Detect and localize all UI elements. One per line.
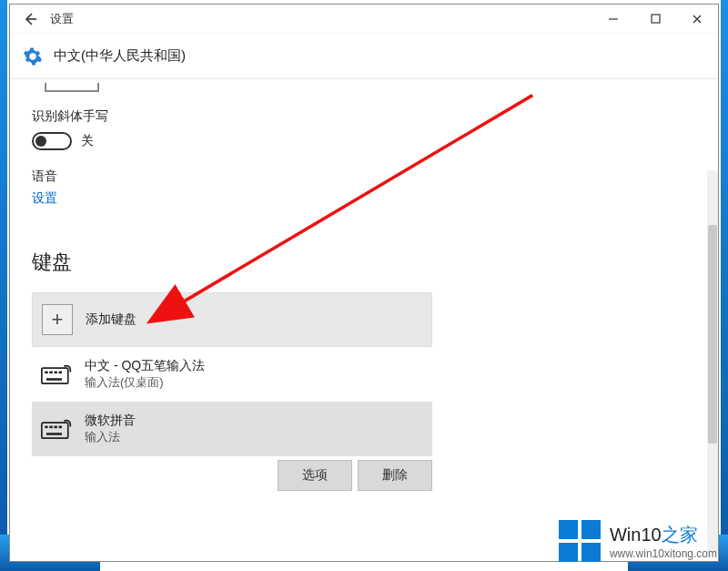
handwriting-toggle-row: 关 xyxy=(32,132,696,150)
svg-rect-1 xyxy=(42,368,68,383)
watermark-url: www.win10xitong.com xyxy=(610,547,717,560)
arrow-left-icon xyxy=(23,12,37,26)
svg-rect-10 xyxy=(54,426,56,429)
voice-label: 语音 xyxy=(32,168,696,185)
windows-logo-icon xyxy=(559,520,601,562)
svg-rect-9 xyxy=(49,426,52,429)
keyboard-list: + 添加键盘 中文 - QQ五笔输入法 输入法(仅桌面) xyxy=(32,292,432,456)
keyboard-item-sub: 输入法(仅桌面) xyxy=(85,374,205,391)
svg-rect-0 xyxy=(652,15,660,23)
keyboard-item-sub: 输入法 xyxy=(85,429,136,445)
svg-rect-3 xyxy=(49,372,52,374)
svg-rect-12 xyxy=(46,433,62,435)
keyboard-item[interactable]: 中文 - QQ五笔输入法 输入法(仅桌面) xyxy=(32,347,432,402)
keyboard-item-title: 微软拼音 xyxy=(85,413,136,429)
add-keyboard-button[interactable]: + 添加键盘 xyxy=(32,292,432,347)
handwriting-toggle[interactable] xyxy=(32,132,72,150)
handwriting-label: 识别斜体手写 xyxy=(32,108,696,125)
voice-section: 语音 设置 xyxy=(32,168,696,207)
window-controls xyxy=(592,5,718,34)
keyboard-actions: 选项 删除 xyxy=(32,460,432,491)
svg-rect-11 xyxy=(59,426,62,429)
maximize-icon xyxy=(651,14,661,24)
titlebar: 设置 xyxy=(10,5,718,34)
gear-icon xyxy=(23,46,43,66)
wallpaper-edge xyxy=(0,0,7,571)
page-header: 中文(中华人民共和国) xyxy=(10,34,718,79)
close-button[interactable] xyxy=(676,5,718,34)
voice-settings-link[interactable]: 设置 xyxy=(32,190,696,207)
window-title: 设置 xyxy=(50,11,74,27)
keyboard-item[interactable]: 微软拼音 输入法 xyxy=(32,402,432,456)
content-area: 识别斜体手写 关 语音 设置 键盘 + 添加键盘 xyxy=(10,79,718,561)
scrollbar-thumb[interactable] xyxy=(708,225,717,444)
svg-rect-7 xyxy=(42,423,68,438)
remove-button[interactable]: 删除 xyxy=(358,460,432,491)
watermark-title: Win10之家 xyxy=(610,523,717,547)
back-button[interactable] xyxy=(10,5,50,34)
svg-rect-6 xyxy=(46,378,62,381)
toggle-knob xyxy=(35,136,46,147)
svg-rect-4 xyxy=(54,372,56,374)
add-keyboard-label: 添加键盘 xyxy=(86,311,136,328)
settings-window: 设置 中文(中华人民共和国) 识别斜体手写 关 xyxy=(9,4,719,562)
svg-rect-5 xyxy=(59,372,62,374)
keyboard-item-title: 中文 - QQ五笔输入法 xyxy=(85,358,205,374)
maximize-button[interactable] xyxy=(634,5,676,34)
cropped-control-outline xyxy=(45,83,99,92)
keyboard-icon xyxy=(41,363,72,385)
keyboard-icon xyxy=(41,418,72,440)
page-title: 中文(中华人民共和国) xyxy=(54,47,186,65)
keyboard-heading: 键盘 xyxy=(32,249,696,276)
watermark: Win10之家 www.win10xitong.com xyxy=(553,516,723,566)
minimize-icon xyxy=(608,14,619,25)
plus-icon: + xyxy=(42,304,73,335)
vertical-scrollbar[interactable] xyxy=(707,170,718,553)
svg-rect-2 xyxy=(45,372,47,374)
svg-rect-8 xyxy=(45,426,47,429)
options-button[interactable]: 选项 xyxy=(278,460,352,491)
handwriting-state: 关 xyxy=(81,133,94,149)
wallpaper-edge xyxy=(721,0,728,571)
minimize-button[interactable] xyxy=(592,5,634,34)
close-icon xyxy=(692,14,703,25)
